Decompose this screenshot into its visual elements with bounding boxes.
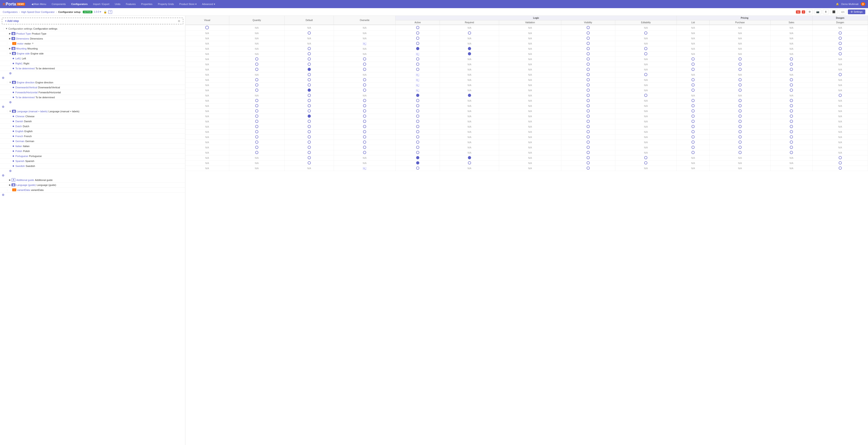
cell[interactable] (285, 130, 334, 135)
tree-row[interactable]: ⋮ Forwards/Horizontal Forwards/Horizonta… (0, 90, 185, 95)
cell[interactable] (440, 161, 499, 166)
cell[interactable] (334, 98, 396, 103)
cell[interactable] (770, 57, 812, 62)
cell[interactable] (229, 140, 284, 145)
cell[interactable] (285, 114, 334, 119)
cell[interactable] (285, 52, 334, 57)
cell[interactable] (615, 93, 677, 98)
cell[interactable] (812, 161, 868, 166)
cell[interactable] (229, 114, 284, 119)
tree-row[interactable]: ⋮ ▶ ▤ Language (guide) Language (guide) (0, 182, 185, 187)
cell[interactable] (334, 150, 396, 156)
cell[interactable] (334, 77, 396, 83)
plus-row-top[interactable]: ⊕ (0, 104, 185, 109)
cell[interactable] (812, 52, 868, 57)
cell[interactable] (812, 166, 868, 171)
cell[interactable] (285, 77, 334, 83)
tree-row[interactable]: ⋮ ▶ ⊞ Dimensions Dimensions (0, 36, 185, 41)
app-logo[interactable]: nPorta DEMO (3, 2, 25, 6)
cell[interactable] (770, 140, 812, 145)
tree-row[interactable]: ⋮ Right1 Right (0, 61, 185, 66)
cell[interactable] (770, 83, 812, 88)
cell[interactable] (677, 135, 710, 140)
cell[interactable] (285, 145, 334, 150)
cell[interactable] (395, 124, 440, 130)
cell[interactable] (561, 130, 615, 135)
cell[interactable] (395, 140, 440, 145)
cell[interactable] (285, 150, 334, 156)
cell[interactable] (334, 124, 396, 130)
cell[interactable] (334, 57, 396, 62)
tree-row[interactable]: ⋮ French French (0, 134, 185, 139)
cell[interactable] (710, 77, 771, 83)
cell[interactable] (561, 109, 615, 114)
cell[interactable] (561, 124, 615, 130)
download-button[interactable]: ⬇ (823, 9, 829, 14)
cell[interactable] (677, 57, 710, 62)
cell[interactable] (395, 57, 440, 62)
nav-product-store[interactable]: Product Store ▾ (178, 2, 197, 6)
cell[interactable] (677, 67, 710, 72)
cell[interactable] (710, 140, 771, 145)
cell[interactable] (334, 109, 396, 114)
nav-properties[interactable]: Properties (140, 2, 153, 6)
cell[interactable] (812, 156, 868, 161)
code-button[interactable]: </> (839, 10, 846, 14)
cell[interactable] (229, 135, 284, 140)
cell[interactable] (440, 46, 499, 52)
plus-row-bottom[interactable]: ⊕ (0, 193, 185, 197)
cell[interactable] (677, 98, 710, 103)
cell[interactable] (770, 145, 812, 150)
tree-row[interactable]: ⋮ Downwards/Vertical Downwards/Vertical (0, 85, 185, 90)
cell[interactable] (561, 103, 615, 109)
tree-row[interactable]: ⋮ ▶ ▤ Mounting Mounting (0, 46, 185, 51)
tree-row[interactable]: ⋮ → motor motor 👁 (0, 41, 185, 46)
cell[interactable] (395, 145, 440, 150)
cell[interactable] (677, 62, 710, 67)
tree-row[interactable]: ⋮ Polish Polish (0, 149, 185, 153)
tree-row[interactable]: ⋮ Danish Danish (0, 119, 185, 124)
cell[interactable] (561, 135, 615, 140)
cell[interactable] (285, 98, 334, 103)
cell[interactable] (812, 36, 868, 41)
cell[interactable] (285, 31, 334, 36)
cell[interactable] (677, 77, 710, 83)
tree-row[interactable]: ⋮ ▶ ▤ Product Type Product Type (0, 31, 185, 36)
camera-button[interactable]: 📷 (814, 9, 822, 14)
cell[interactable] (440, 52, 499, 57)
cell[interactable] (710, 88, 771, 93)
nav-import-export[interactable]: Import / Export (92, 2, 110, 6)
tree-row[interactable]: ⋮ ▶ A Additional guide Additional guide (0, 177, 185, 182)
cell[interactable] (615, 52, 677, 57)
plus-row[interactable]: ⊕ (0, 71, 185, 75)
cell[interactable] (561, 52, 615, 57)
lock-icon[interactable]: 🔒 (103, 10, 107, 13)
cell[interactable] (770, 77, 812, 83)
tree-row[interactable]: ⋮ Portuguese Portuguese (0, 153, 185, 159)
cell[interactable] (229, 83, 284, 88)
cell[interactable] (677, 103, 710, 109)
cell[interactable] (677, 83, 710, 88)
nav-components[interactable]: Components (51, 2, 67, 6)
cell[interactable] (334, 83, 396, 88)
cell[interactable] (395, 114, 440, 119)
cell[interactable] (285, 109, 334, 114)
cell[interactable] (561, 145, 615, 150)
cell[interactable] (561, 46, 615, 52)
cell[interactable] (561, 67, 615, 72)
cell[interactable] (770, 103, 812, 109)
cell[interactable] (561, 166, 615, 171)
cell[interactable] (710, 150, 771, 156)
cell[interactable]: >_ (395, 83, 440, 88)
cell[interactable] (285, 83, 334, 88)
cell[interactable] (395, 166, 440, 171)
tree-row[interactable]: ⋮ → variantData variantData (0, 187, 185, 193)
cell[interactable] (710, 130, 771, 135)
plus-row-top[interactable]: ⊕ (0, 75, 185, 80)
cell[interactable] (710, 98, 771, 103)
tree-row[interactable]: ⋮ Italian Italian (0, 144, 185, 149)
cell[interactable] (440, 93, 499, 98)
cell[interactable]: >_ (395, 72, 440, 77)
cell[interactable] (615, 72, 677, 77)
add-step-bar[interactable]: + Add step ⊞ (2, 18, 183, 24)
